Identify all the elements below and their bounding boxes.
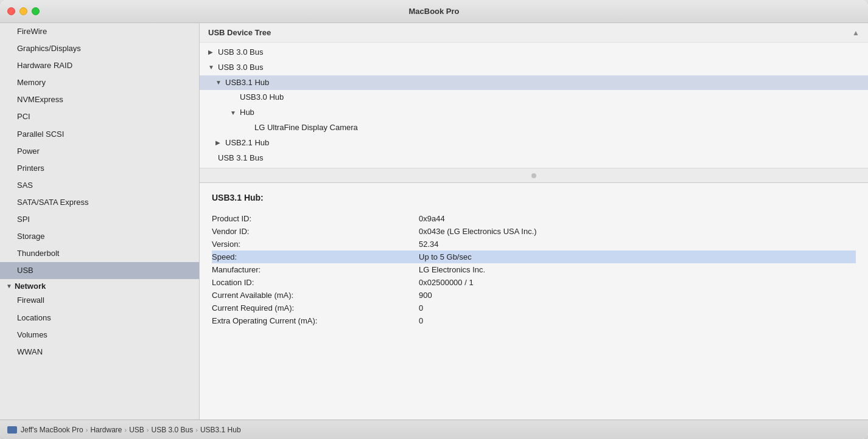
sidebar-item-volumes[interactable]: Volumes [0,327,199,344]
detail-row-5[interactable]: Location ID:0x02500000 / 1 [212,276,856,289]
sidebar-item-wwan[interactable]: WWAN [0,344,199,361]
statusbar: Jeff's MacBook Pro › Hardware › USB › US… [0,420,868,439]
network-arrow-icon: ▼ [6,283,12,289]
tree-node-label: USB3.0 Hub [240,91,284,104]
tree-node-lg-camera[interactable]: LG UltraFine Display Camera [200,120,868,136]
tree-node-usb30hub[interactable]: USB3.0 Hub [200,90,868,105]
sidebar-item-thunderbolt[interactable]: Thunderbolt [0,245,199,262]
detail-title: USB3.1 Hub: [212,193,856,202]
breadcrumb-item-0: Jeff's MacBook Pro [21,426,83,434]
sidebar-item-printers[interactable]: Printers [0,160,199,177]
sidebar-item-spi[interactable]: SPI [0,211,199,228]
tree-arrow-icon: ▼ [208,63,215,72]
tree-node-label: USB3.1 Hub [225,77,269,89]
sidebar: FireWire Graphics/Displays Hardware RAID… [0,23,200,420]
tree-node-usb31hub[interactable]: ▼ USB3.1 Hub [200,75,868,91]
sidebar-item-storage[interactable]: Storage [0,228,199,245]
tree-scroll-up[interactable]: ▲ [852,29,859,37]
tree-node-label: LG UltraFine Display Camera [254,122,358,134]
tree-arrow-icon: ▼ [215,78,223,88]
tree-node-label: USB 3.0 Bus [218,61,263,74]
detail-row-0[interactable]: Product ID:0x9a44 [212,212,856,225]
scroll-dot [531,173,536,178]
breadcrumb-sep-3: › [195,426,198,434]
detail-label-4: Manufacturer: [212,263,419,276]
tree-body: ▶ USB 3.0 Bus ▼ USB 3.0 Bus ▼ USB3.1 Hub [200,43,868,168]
detail-table: Product ID:0x9a44Vendor ID:0x043e (LG El… [212,212,856,327]
sidebar-item-sas[interactable]: SAS [0,177,199,194]
tree-node-label: Hub [240,106,254,119]
sidebar-item-hardware-raid[interactable]: Hardware RAID [0,57,199,74]
detail-row-2[interactable]: Version:52.34 [212,238,856,251]
tree-arrow-icon: ▶ [208,47,215,57]
breadcrumb-item-4: USB3.1 Hub [200,426,241,434]
detail-value-4: LG Electronics Inc. [419,263,856,276]
detail-label-5: Location ID: [212,276,419,289]
breadcrumb-sep-2: › [147,426,149,434]
tree-section: USB Device Tree ▲ ▶ USB 3.0 Bus ▼ USB 3.… [200,23,868,183]
detail-row-6[interactable]: Current Available (mA):900 [212,289,856,302]
tree-header: USB Device Tree ▲ [200,23,868,43]
main-window: MacBook Pro FireWire Graphics/Displays H… [0,0,868,439]
tree-node-label: USB 3.1 Bus [218,152,263,165]
tree-node-usb30bus-1[interactable]: ▶ USB 3.0 Bus [200,45,868,60]
network-label: Network [15,282,46,291]
main-area: FireWire Graphics/Displays Hardware RAID… [0,23,868,420]
tree-node-label: USB 3.0 Bus [218,46,263,59]
detail-row-8[interactable]: Extra Operating Current (mA):0 [212,314,856,327]
sidebar-item-nvmexpress[interactable]: NVMExpress [0,91,199,108]
detail-value-8: 0 [419,314,856,327]
sidebar-item-usb[interactable]: USB [0,262,199,279]
sidebar-item-parallel-scsi[interactable]: Parallel SCSI [0,126,199,143]
tree-node-usb21hub[interactable]: ▶ USB2.1 Hub [200,136,868,151]
detail-label-1: Vendor ID: [212,225,419,238]
detail-value-3: Up to 5 Gb/sec [419,251,856,263]
sidebar-item-graphics[interactable]: Graphics/Displays [0,40,199,57]
detail-row-3[interactable]: Speed:Up to 5 Gb/sec [212,251,856,263]
detail-value-5: 0x02500000 / 1 [419,276,856,289]
detail-label-0: Product ID: [212,212,419,225]
tree-header-title: USB Device Tree [208,28,271,37]
tree-arrow-icon [245,123,252,133]
tree-arrow-icon [230,93,237,103]
breadcrumb-item-2: USB [129,426,144,434]
sidebar-item-sata[interactable]: SATA/SATA Express [0,194,199,211]
sidebar-item-power[interactable]: Power [0,143,199,160]
macbook-icon [7,426,17,434]
sidebar-category-network[interactable]: ▼ Network [0,279,199,292]
detail-value-7: 0 [419,302,856,314]
detail-label-7: Current Required (mA): [212,302,419,314]
close-button[interactable] [7,7,15,15]
detail-label-2: Version: [212,238,419,251]
detail-row-4[interactable]: Manufacturer:LG Electronics Inc. [212,263,856,276]
minimize-button[interactable] [19,7,27,15]
breadcrumb-sep-0: › [86,426,88,434]
sidebar-item-pci[interactable]: PCI [0,108,199,125]
detail-section: USB3.1 Hub: Product ID:0x9a44Vendor ID:0… [200,183,868,420]
tree-node-usb31bus[interactable]: USB 3.1 Bus [200,151,868,166]
tree-node-usb30bus-2[interactable]: ▼ USB 3.0 Bus [200,60,868,75]
detail-value-0: 0x9a44 [419,212,856,225]
detail-value-2: 52.34 [419,238,856,251]
tree-node-hub[interactable]: ▼ Hub [200,105,868,120]
maximize-button[interactable] [32,7,40,15]
breadcrumb: Jeff's MacBook Pro › Hardware › USB › US… [21,426,241,434]
detail-label-3: Speed: [212,251,419,263]
traffic-lights [7,7,40,15]
breadcrumb-sep-1: › [124,426,127,434]
sidebar-item-firewire[interactable]: FireWire [0,23,199,40]
scroll-indicator [200,168,868,182]
breadcrumb-item-3: USB 3.0 Bus [152,426,194,434]
tree-arrow-icon: ▶ [215,138,223,148]
content-area: USB Device Tree ▲ ▶ USB 3.0 Bus ▼ USB 3.… [200,23,868,420]
sidebar-item-locations[interactable]: Locations [0,309,199,327]
window-title: MacBook Pro [408,7,459,16]
detail-value-1: 0x043e (LG Electronics USA Inc.) [419,225,856,238]
detail-row-7[interactable]: Current Required (mA):0 [212,302,856,314]
titlebar: MacBook Pro [0,0,868,23]
sidebar-item-memory[interactable]: Memory [0,74,199,91]
detail-row-1[interactable]: Vendor ID:0x043e (LG Electronics USA Inc… [212,225,856,238]
sidebar-item-firewall[interactable]: Firewall [0,292,199,309]
tree-arrow-icon [208,153,215,163]
tree-arrow-icon: ▼ [230,108,237,118]
